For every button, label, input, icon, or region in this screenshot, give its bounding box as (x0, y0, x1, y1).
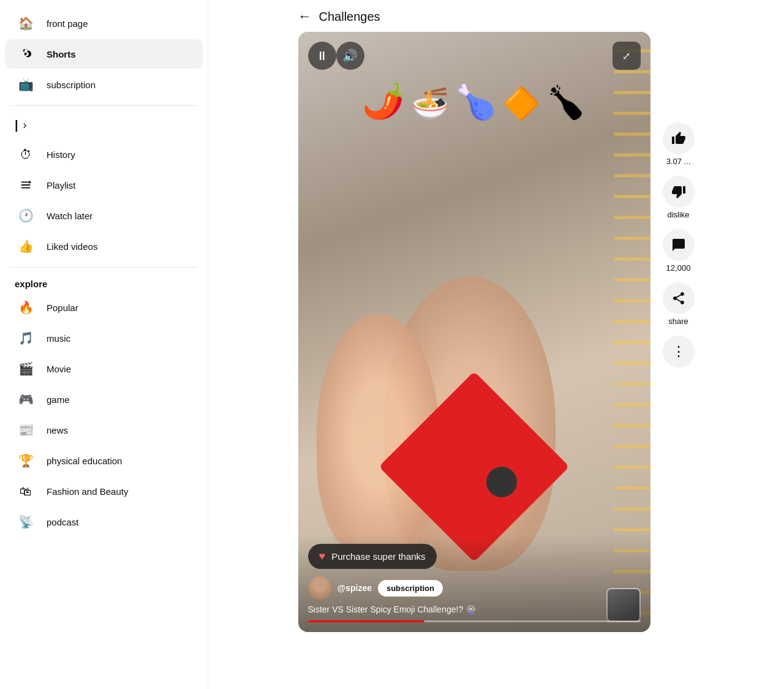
thumbs-up-icon: 👍 (17, 238, 34, 255)
video-player[interactable]: ⏸ 🔊 ⤢ 🌶️ 🍜 🍗 🔶 🍾 (298, 32, 650, 632)
sidebar-item-label: Fashion and Beauty (47, 486, 128, 497)
sidebar-item-news[interactable]: 📰 news (5, 415, 203, 445)
sidebar-item-playlist[interactable]: Playlist (5, 170, 203, 200)
share-label: share (668, 317, 688, 326)
progress-bar[interactable] (308, 620, 641, 622)
sidebar-item-front-page[interactable]: 🏠 front page (5, 9, 203, 38)
channel-row: @spizee subscription (308, 576, 641, 600)
volume-button[interactable]: 🔊 (336, 42, 364, 70)
sidebar-item-fashion-beauty[interactable]: 🛍 Fashion and Beauty (5, 476, 203, 506)
comment-group: 12,000 (663, 229, 695, 273)
share-button[interactable] (663, 282, 695, 314)
sidebar-item-label: History (47, 149, 75, 160)
collapse-bar: | (15, 118, 18, 132)
subscribe-label: subscription (386, 584, 434, 593)
sidebar-item-label: Popular (47, 303, 78, 313)
sidebar-item-game[interactable]: 🎮 game (5, 385, 203, 414)
collapse-row[interactable]: | › (0, 112, 208, 138)
sidebar-item-label: front page (47, 18, 88, 29)
avatar[interactable] (308, 576, 331, 600)
sidebar-item-popular[interactable]: 🔥 Popular (5, 293, 203, 322)
avatar-image (308, 576, 331, 600)
sidebar-item-label: physical education (47, 456, 122, 466)
sidebar-item-podcast[interactable]: 📡 podcast (5, 507, 203, 537)
explore-label: explore (0, 274, 208, 292)
sidebar-item-music[interactable]: 🎵 music (5, 323, 203, 353)
sidebar-item-label: subscription (47, 80, 96, 90)
sidebar-item-label: Playlist (47, 180, 76, 190)
channel-name[interactable]: @spizee (337, 583, 372, 593)
subscribe-button[interactable]: subscription (378, 580, 443, 597)
dislike-button[interactable] (663, 176, 695, 208)
sidebar: 🏠 front page Shorts 📺 subscription | › ⏱… (0, 0, 208, 689)
sidebar-item-label: podcast (47, 517, 79, 527)
snack-hole (486, 467, 517, 497)
news-icon: 📰 (17, 421, 34, 439)
subscription-icon: 📺 (17, 76, 34, 93)
thumbs-up-icon (671, 131, 686, 146)
sticker-chili: 🌶️ (362, 81, 405, 121)
history-icon: ⏱ (17, 146, 34, 163)
music-icon: 🎵 (17, 329, 34, 347)
sticker-diamond-red: 🔶 (502, 86, 540, 121)
clock-icon: 🕐 (17, 207, 34, 224)
sidebar-item-label: Movie (47, 364, 71, 374)
fullscreen-button[interactable]: ⤢ (612, 42, 641, 70)
sidebar-item-watch-later[interactable]: 🕐 Watch later (5, 201, 203, 230)
sidebar-item-physical-education[interactable]: 🏆 physical education (5, 446, 203, 475)
fashion-icon: 🛍 (17, 483, 34, 500)
comment-count: 12,000 (666, 263, 691, 273)
podcast-icon: 📡 (17, 513, 34, 530)
like-count: 3.07 ... (666, 157, 691, 166)
video-column: ← Challenges ⏸ (298, 0, 650, 632)
video-controls: ⏸ 🔊 ⤢ (308, 42, 641, 70)
like-button[interactable] (663, 122, 695, 154)
svg-marker-0 (29, 181, 32, 184)
sticker-bottle: 🍾 (546, 84, 586, 121)
pause-icon: ⏸ (316, 49, 328, 63)
game-icon: 🎮 (17, 391, 34, 408)
share-group: share (663, 282, 695, 326)
main-content: ← Challenges ⏸ (208, 0, 784, 689)
comment-button[interactable] (663, 229, 695, 261)
sidebar-item-movie[interactable]: 🎬 Movie (5, 354, 203, 383)
purchase-super-thanks-button[interactable]: ♥ Purchase super thanks (308, 544, 437, 569)
popular-icon: 🔥 (17, 299, 34, 316)
action-buttons: 3.07 ... dislike 12,000 (663, 0, 695, 367)
divider-2 (10, 267, 198, 268)
progress-fill (308, 620, 424, 622)
thumbs-down-icon (671, 184, 686, 199)
pause-button[interactable]: ⏸ (308, 42, 336, 70)
chevron-right-icon: › (23, 119, 27, 132)
video-area: ← Challenges ⏸ (208, 0, 784, 689)
sidebar-item-label: Shorts (47, 49, 76, 59)
sticker-chicken: 🍗 (455, 83, 496, 121)
sidebar-item-label: Watch later (47, 211, 92, 221)
home-icon: 🏠 (17, 15, 34, 32)
playlist-icon (17, 176, 34, 194)
sidebar-item-label: music (47, 333, 70, 344)
dislike-label: dislike (667, 210, 689, 219)
ellipsis-icon: ⋮ (672, 344, 685, 360)
shorts-icon (17, 45, 34, 62)
trophy-icon: 🏆 (17, 452, 34, 469)
sidebar-item-history[interactable]: ⏱ History (5, 140, 203, 169)
back-nav[interactable]: ← Challenges (298, 0, 380, 32)
sidebar-item-label: game (47, 394, 70, 405)
more-options-button[interactable]: ⋮ (663, 336, 695, 367)
like-group: 3.07 ... (663, 122, 695, 166)
sidebar-item-shorts[interactable]: Shorts (5, 39, 203, 69)
comment-icon (671, 238, 686, 252)
divider-1 (10, 105, 198, 106)
sticker-noodles: 🍜 (411, 86, 449, 121)
sidebar-item-liked-videos[interactable]: 👍 Liked videos (5, 232, 203, 261)
video-overlay-bottom: ♥ Purchase super thanks @spizee subscrip… (298, 534, 650, 632)
video-section-title: Challenges (319, 10, 380, 24)
sidebar-item-label: news (47, 425, 68, 435)
sidebar-item-label: Liked videos (47, 241, 97, 252)
heart-icon: ♥ (319, 550, 326, 563)
sticker-row: 🌶️ 🍜 🍗 🔶 🍾 (362, 81, 586, 121)
movie-icon: 🎬 (17, 360, 34, 377)
video-title: Sister VS Sister Spicy Emoji Challenge!?… (308, 604, 641, 614)
sidebar-item-subscription[interactable]: 📺 subscription (5, 70, 203, 99)
